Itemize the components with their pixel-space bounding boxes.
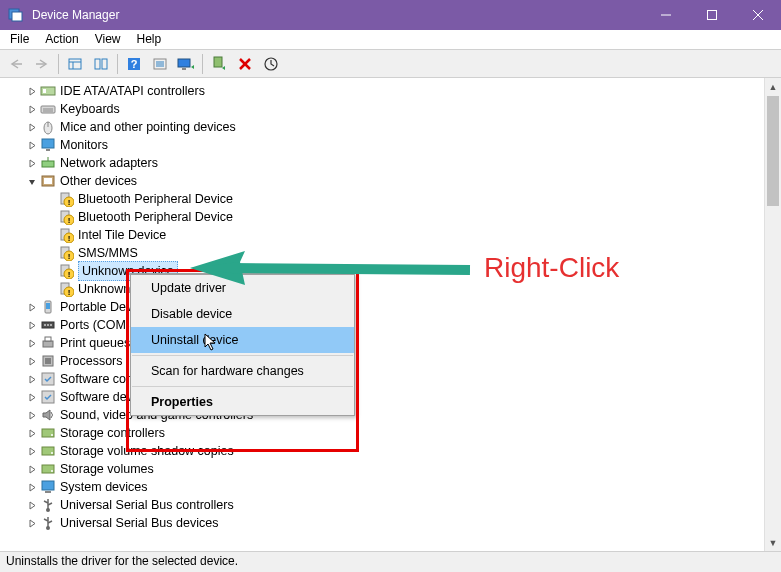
close-button[interactable] <box>735 0 781 30</box>
forward-button[interactable] <box>30 52 54 76</box>
menu-file[interactable]: File <box>2 30 37 49</box>
expand-icon[interactable] <box>26 519 38 528</box>
expand-icon[interactable] <box>26 411 38 420</box>
annotation-arrow-icon <box>190 248 480 288</box>
expand-icon[interactable] <box>26 357 38 366</box>
toolbar: ? <box>0 50 781 78</box>
svg-rect-62 <box>43 341 53 347</box>
tree-row[interactable]: Software devices <box>8 388 764 406</box>
app-icon <box>8 7 24 23</box>
expand-icon[interactable] <box>26 159 38 168</box>
svg-text:!: ! <box>68 198 71 207</box>
tree-row[interactable]: Universal Serial Bus devices <box>8 514 764 532</box>
other-icon <box>40 173 56 189</box>
menu-view[interactable]: View <box>87 30 129 49</box>
install-button[interactable] <box>207 52 231 76</box>
tree-row[interactable]: !Bluetooth Peripheral Device <box>8 190 764 208</box>
tree-row[interactable]: Network adapters <box>8 154 764 172</box>
expand-icon[interactable] <box>26 303 38 312</box>
scrollbar-thumb[interactable] <box>767 96 779 206</box>
portable-icon <box>40 299 56 315</box>
toolbar-separator <box>117 54 118 74</box>
menu-separator <box>132 386 353 387</box>
expand-icon[interactable] <box>26 141 38 150</box>
svg-rect-12 <box>102 59 107 69</box>
tree-row[interactable]: Mice and other pointing devices <box>8 118 764 136</box>
uninstall-button[interactable] <box>233 52 257 76</box>
expand-icon[interactable] <box>26 87 38 96</box>
menu-action[interactable]: Action <box>37 30 86 49</box>
main-pane: IDE ATA/ATAPI controllersKeyboardsMice a… <box>0 78 781 552</box>
expand-icon[interactable] <box>26 123 38 132</box>
svg-text:!: ! <box>68 234 71 243</box>
tree-row[interactable]: Portable Devices <box>8 298 764 316</box>
tree-row[interactable]: Software components <box>8 370 764 388</box>
sw-icon <box>40 389 56 405</box>
tree-label: Mice and other pointing devices <box>60 118 240 136</box>
scroll-down-arrow[interactable]: ▼ <box>765 534 781 551</box>
tree-row[interactable]: IDE ATA/ATAPI controllers <box>8 82 764 100</box>
tree-label: Universal Serial Bus controllers <box>60 496 238 514</box>
context-menu-item[interactable]: Scan for hardware changes <box>131 358 354 384</box>
context-menu-item[interactable]: Properties <box>131 389 354 415</box>
collapse-icon[interactable] <box>26 177 38 186</box>
expand-icon[interactable] <box>26 447 38 456</box>
tree-label: Bluetooth Peripheral Device <box>78 208 237 226</box>
expand-icon[interactable] <box>26 393 38 402</box>
svg-rect-74 <box>42 481 54 490</box>
tree-row[interactable]: Monitors <box>8 136 764 154</box>
expand-icon[interactable] <box>26 105 38 114</box>
help-button[interactable]: ? <box>122 52 146 76</box>
tree-row[interactable]: Storage volumes <box>8 460 764 478</box>
sw-icon <box>40 371 56 387</box>
expand-icon[interactable] <box>26 429 38 438</box>
tree-row[interactable]: Sound, video and game controllers <box>8 406 764 424</box>
svg-text:!: ! <box>68 216 71 225</box>
tree-row[interactable]: Ports (COM & LPT) <box>8 316 764 334</box>
device-tree[interactable]: IDE ATA/ATAPI controllersKeyboardsMice a… <box>0 78 764 551</box>
maximize-button[interactable] <box>689 0 735 30</box>
warn-icon: ! <box>58 227 74 243</box>
tree-row[interactable]: Processors <box>8 352 764 370</box>
monitor-button[interactable] <box>174 52 198 76</box>
expand-icon[interactable] <box>26 501 38 510</box>
expand-icon[interactable] <box>26 483 38 492</box>
tree-label: Processors <box>60 352 127 370</box>
tree-label: Intel Tile Device <box>78 226 170 244</box>
svg-text:!: ! <box>68 288 71 297</box>
svg-rect-20 <box>182 68 186 70</box>
system-icon <box>40 479 56 495</box>
svg-text:!: ! <box>68 270 71 279</box>
minimize-button[interactable] <box>643 0 689 30</box>
context-menu: Update driverDisable deviceUninstall dev… <box>130 273 355 416</box>
expand-icon[interactable] <box>26 321 38 330</box>
tree-label: Print queues <box>60 334 134 352</box>
properties-button[interactable] <box>89 52 113 76</box>
sound-icon <box>40 407 56 423</box>
show-hidden-button[interactable] <box>63 52 87 76</box>
scroll-up-arrow[interactable]: ▲ <box>765 78 781 95</box>
tree-row[interactable]: Other devices <box>8 172 764 190</box>
tree-row[interactable]: !Intel Tile Device <box>8 226 764 244</box>
tree-row[interactable]: System devices <box>8 478 764 496</box>
menu-help[interactable]: Help <box>129 30 170 49</box>
tree-row[interactable]: Universal Serial Bus controllers <box>8 496 764 514</box>
context-menu-item[interactable]: Disable device <box>131 301 354 327</box>
tree-row[interactable]: Keyboards <box>8 100 764 118</box>
list-button[interactable] <box>148 52 172 76</box>
tree-label: Universal Serial Bus devices <box>60 514 222 532</box>
warn-icon: ! <box>58 281 74 297</box>
svg-rect-32 <box>42 139 54 148</box>
tree-row[interactable]: Print queues <box>8 334 764 352</box>
tree-row[interactable]: Storage controllers <box>8 424 764 442</box>
vertical-scrollbar[interactable]: ▲ ▼ <box>764 78 781 551</box>
tree-row[interactable]: !Bluetooth Peripheral Device <box>8 208 764 226</box>
svg-rect-26 <box>43 89 46 93</box>
scan-button[interactable] <box>259 52 283 76</box>
expand-icon[interactable] <box>26 465 38 474</box>
expand-icon[interactable] <box>26 339 38 348</box>
context-menu-item[interactable]: Uninstall device <box>131 327 354 353</box>
back-button[interactable] <box>4 52 28 76</box>
tree-row[interactable]: Storage volume shadow copies <box>8 442 764 460</box>
expand-icon[interactable] <box>26 375 38 384</box>
